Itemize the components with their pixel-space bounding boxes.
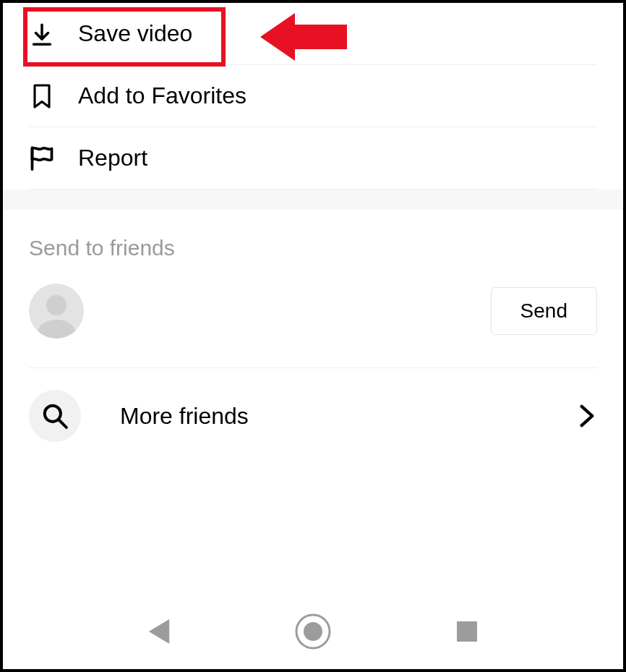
svg-marker-2 — [260, 13, 347, 61]
search-icon — [29, 390, 81, 442]
friend-row: Send — [29, 284, 597, 368]
report-label: Report — [78, 145, 147, 171]
save-video-label: Save video — [78, 20, 192, 47]
add-favorites-menu-item[interactable]: Add to Favorites — [29, 65, 597, 127]
home-button[interactable] — [293, 611, 333, 652]
more-friends-label: More friends — [120, 403, 538, 430]
bookmark-icon — [29, 83, 55, 109]
report-menu-item[interactable]: Report — [29, 127, 597, 190]
more-friends-row[interactable]: More friends — [29, 368, 597, 464]
avatar[interactable] — [29, 284, 84, 339]
section-divider — [3, 190, 623, 210]
chevron-right-icon — [577, 406, 597, 426]
svg-point-4 — [46, 295, 67, 315]
send-to-friends-heading: Send to friends — [29, 210, 597, 284]
android-nav-bar — [3, 611, 623, 652]
save-video-menu-item[interactable]: Save video — [29, 3, 597, 65]
back-button[interactable] — [139, 611, 179, 652]
svg-point-9 — [304, 622, 322, 641]
flag-icon — [29, 145, 55, 171]
recent-apps-button[interactable] — [447, 611, 487, 652]
svg-line-6 — [59, 420, 67, 428]
highlight-arrow-icon — [260, 10, 347, 69]
download-icon — [29, 21, 55, 47]
svg-marker-7 — [149, 619, 169, 644]
add-favorites-label: Add to Favorites — [78, 82, 246, 109]
send-button[interactable]: Send — [491, 287, 597, 335]
svg-rect-10 — [457, 621, 477, 642]
